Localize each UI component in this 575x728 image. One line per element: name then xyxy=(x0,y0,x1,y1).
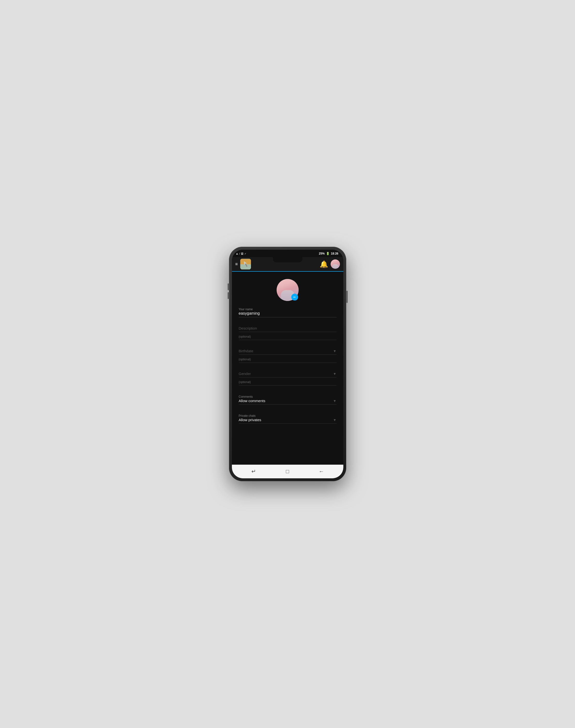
volume-buttons xyxy=(228,283,229,299)
birthdate-field-group: Birthdate ▼ (optional) xyxy=(239,349,337,363)
description-optional: (optional) xyxy=(239,334,337,340)
app-logo-svg xyxy=(240,259,251,270)
home-icon: □ xyxy=(286,468,289,475)
volume-up-button[interactable] xyxy=(228,283,229,290)
avatar-large-wrapper: ✏ xyxy=(277,279,299,301)
time-display: 18:26 xyxy=(331,252,338,255)
header-right: 🔔 xyxy=(319,259,340,269)
profile-avatar-section: ✏ xyxy=(239,279,337,301)
notification-bell-icon[interactable]: 🔔 xyxy=(319,260,328,268)
battery-percent: 25% xyxy=(319,252,325,255)
spacer-1 xyxy=(239,322,337,326)
birthdate-row[interactable]: Birthdate ▼ xyxy=(239,349,337,355)
comments-field-group: Comments Allow comments ▼ xyxy=(239,394,337,405)
image-icon: 🖼 xyxy=(241,252,243,255)
description-field-group: Description (optional) xyxy=(239,326,337,340)
signal-icon: ▲ xyxy=(236,252,238,255)
spacer-4 xyxy=(239,390,337,394)
comments-label: Comments xyxy=(239,395,253,398)
phone-frame: ▲ 𝑓 🖼 ✓ 25% 🔋 18:26 ≡ xyxy=(229,247,346,481)
comments-row[interactable]: Allow comments ▼ xyxy=(239,399,337,405)
private-chats-field-group: Private chats Allow privates ▼ xyxy=(239,413,337,424)
spacer-5 xyxy=(239,410,337,413)
private-chats-chevron-icon: ▼ xyxy=(333,418,337,422)
birthdate-label: Birthdate xyxy=(239,349,253,353)
private-chats-row[interactable]: Allow privates ▼ xyxy=(239,418,337,424)
hamburger-menu-icon[interactable]: ≡ xyxy=(235,262,238,267)
power-button[interactable] xyxy=(346,291,347,303)
check-icon: ✓ xyxy=(244,252,246,255)
name-label: Your name xyxy=(239,308,253,311)
facebook-icon: 𝑓 xyxy=(239,252,240,255)
status-right: 25% 🔋 18:26 xyxy=(319,252,338,255)
app-logo[interactable] xyxy=(240,259,251,270)
spacer-desc xyxy=(239,332,337,334)
birthdate-chevron-icon: ▼ xyxy=(333,349,337,353)
notch xyxy=(273,257,302,263)
description-row[interactable]: Description xyxy=(239,326,337,332)
private-chats-value: Allow privates xyxy=(239,418,262,422)
volume-down-button[interactable] xyxy=(228,292,229,299)
private-chats-label: Private chats xyxy=(239,414,256,417)
spacer-gender xyxy=(239,377,337,379)
gender-chevron-icon: ▼ xyxy=(333,372,337,376)
recent-apps-icon: ↵ xyxy=(251,468,256,475)
gender-field-group: Gender ▼ (optional) xyxy=(239,372,337,385)
gender-optional: (optional) xyxy=(239,379,337,385)
spacer-2 xyxy=(239,345,337,349)
comments-chevron-icon: ▼ xyxy=(333,399,337,403)
status-left: ▲ 𝑓 🖼 ✓ xyxy=(236,252,246,255)
spacer-bdate xyxy=(239,355,337,357)
edit-pencil-icon: ✏ xyxy=(293,296,296,299)
status-bar: ▲ 𝑓 🖼 ✓ 25% 🔋 18:26 xyxy=(232,250,343,257)
bottom-nav-bar: ↵ □ ← xyxy=(232,465,343,478)
profile-edit-screen: ✏ Your name easygaming Description (opti… xyxy=(232,272,343,465)
name-value[interactable]: easygaming xyxy=(239,311,337,317)
birthdate-optional: (optional) xyxy=(239,357,337,363)
spacer-3 xyxy=(239,368,337,372)
back-button[interactable]: ← xyxy=(316,466,326,476)
home-button[interactable]: □ xyxy=(282,466,292,476)
comments-value: Allow comments xyxy=(239,399,265,403)
gender-label: Gender xyxy=(239,372,251,376)
recent-apps-button[interactable]: ↵ xyxy=(249,466,259,476)
back-icon: ← xyxy=(319,468,324,475)
header-avatar[interactable] xyxy=(331,259,340,269)
name-field-group: Your name easygaming xyxy=(239,307,337,317)
avatar-edit-button[interactable]: ✏ xyxy=(291,293,298,301)
description-placeholder: Description xyxy=(239,326,257,330)
phone-screen: ▲ 𝑓 🖼 ✓ 25% 🔋 18:26 ≡ xyxy=(232,250,343,478)
header-left: ≡ xyxy=(235,259,251,270)
battery-icon: 🔋 xyxy=(326,252,330,255)
gender-row[interactable]: Gender ▼ xyxy=(239,372,337,377)
